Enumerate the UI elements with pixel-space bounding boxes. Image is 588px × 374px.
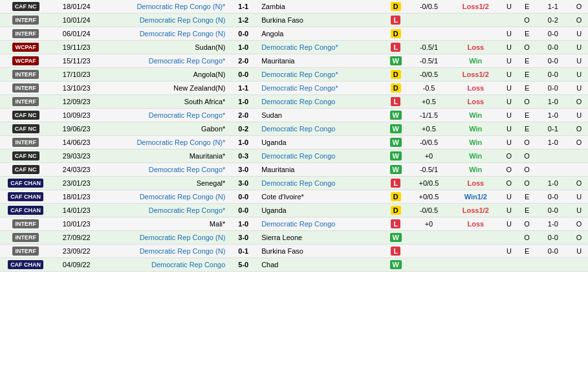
- correct-score-cell: 1-0: [536, 217, 570, 231]
- away-team-cell: Mauritania: [259, 54, 385, 68]
- home-team-link[interactable]: Democratic Rep Congo (N): [140, 193, 226, 201]
- away-team-cell: Mauritania: [259, 163, 385, 177]
- away-team-link[interactable]: Democratic Rep Congo: [261, 220, 335, 228]
- handicap-outcome-cell: Win: [452, 54, 500, 68]
- correct-score-cell: 0-0: [536, 190, 570, 204]
- away-team-cell: Sierra Leone: [259, 231, 385, 245]
- handicap-cell: -1/1.5: [406, 109, 451, 122]
- competition-cell: INTERF: [0, 95, 51, 109]
- oe-cell: O: [518, 177, 536, 190]
- oe-cell: E: [518, 68, 536, 82]
- score-cell: 0-0: [228, 27, 259, 41]
- home-team-cell: Democratic Rep Congo (N)*: [102, 0, 228, 14]
- away-team-link[interactable]: Democratic Rep Congo: [261, 179, 335, 187]
- result-badge: L: [391, 247, 400, 256]
- ou-cell: U: [500, 109, 518, 122]
- cs-outcome-cell: O: [570, 95, 588, 109]
- handicap-cell: [406, 258, 451, 272]
- score-cell: 1-0: [228, 136, 259, 149]
- cs-outcome-cell: O: [570, 231, 588, 245]
- home-team-link[interactable]: Democratic Rep Congo (N)*: [136, 138, 225, 146]
- score-cell: 3-0: [228, 177, 259, 190]
- score-cell: 1-0: [228, 41, 259, 54]
- result-cell: L: [385, 245, 406, 258]
- score-cell: 2-0: [228, 54, 259, 68]
- away-team: Uganda: [261, 206, 287, 214]
- score-cell: 1-0: [228, 217, 259, 231]
- correct-score-cell: 0-0: [536, 27, 570, 41]
- home-team-cell: South Africa*: [102, 95, 228, 109]
- home-team-link[interactable]: Democratic Rep Congo*: [149, 166, 226, 173]
- hdc-outcome: Win: [469, 138, 482, 146]
- result-badge: D: [391, 206, 401, 215]
- away-team-link[interactable]: Democratic Rep Congo: [261, 98, 335, 105]
- away-team-cell: Chad: [259, 258, 385, 272]
- oe-cell: E: [518, 0, 536, 14]
- cs-outcome-cell: U: [570, 82, 588, 95]
- away-team-cell: Zambia: [259, 0, 385, 14]
- away-team-cell: Democratic Rep Congo: [259, 217, 385, 231]
- result-cell: W: [385, 258, 406, 272]
- home-team-link[interactable]: Democratic Rep Congo*: [149, 111, 226, 119]
- competition-badge: CAF NC: [12, 151, 39, 160]
- score-cell: 0-0: [228, 204, 259, 217]
- table-row: CAF NC 18/01/24 Democratic Rep Congo (N)…: [0, 0, 588, 14]
- away-team-link[interactable]: Democratic Rep Congo*: [261, 43, 338, 51]
- ou-cell: U: [500, 68, 518, 82]
- home-team-link[interactable]: Democratic Rep Congo: [151, 261, 225, 269]
- away-team-link[interactable]: Democratic Rep Congo: [261, 125, 335, 133]
- home-team-link[interactable]: Democratic Rep Congo (N): [140, 234, 226, 241]
- result-badge: W: [390, 151, 402, 160]
- handicap-cell: -0.5/1: [406, 163, 451, 177]
- result-badge: D: [391, 70, 401, 79]
- home-team-link[interactable]: Democratic Rep Congo*: [149, 57, 226, 65]
- oe-cell: E: [518, 204, 536, 217]
- table-row: INTERF 10/01/23 Mali* 1-0 Democratic Rep…: [0, 217, 588, 231]
- score-cell: 3-0: [228, 231, 259, 245]
- cs-outcome-cell: O: [570, 136, 588, 149]
- date-cell: 14/06/23: [51, 136, 102, 149]
- table-row: WCPAF 15/11/23 Democratic Rep Congo* 2-0…: [0, 54, 588, 68]
- home-team-link[interactable]: Democratic Rep Congo*: [149, 206, 226, 214]
- oe-cell: E: [518, 54, 536, 68]
- handicap-outcome-cell: [452, 258, 500, 272]
- result-cell: W: [385, 54, 406, 68]
- ou-cell: O: [500, 163, 518, 177]
- oe-cell: [518, 258, 536, 272]
- table-row: CAF NC 24/03/23 Democratic Rep Congo* 3-…: [0, 163, 588, 177]
- cs-outcome-cell: O: [570, 217, 588, 231]
- ou-cell: U: [500, 245, 518, 258]
- competition-badge: INTERF: [12, 70, 39, 79]
- cs-outcome-cell: [570, 149, 588, 163]
- away-team: Angola: [261, 30, 283, 38]
- home-team-link[interactable]: Democratic Rep Congo (N): [140, 30, 226, 38]
- home-team-link[interactable]: Democratic Rep Congo (N)*: [136, 3, 225, 10]
- result-badge: W: [390, 233, 402, 242]
- cs-outcome-cell: U: [570, 109, 588, 122]
- away-team-link[interactable]: Democratic Rep Congo*: [261, 84, 338, 92]
- competition-cell: CAF CHAN: [0, 258, 51, 272]
- result-cell: W: [385, 149, 406, 163]
- away-team-link[interactable]: Democratic Rep Congo: [261, 152, 335, 160]
- cs-outcome-cell: [570, 163, 588, 177]
- score-cell: 1-2: [228, 14, 259, 27]
- away-team-link[interactable]: Democratic Rep Congo*: [261, 71, 338, 78]
- competition-badge: INTERF: [12, 138, 39, 147]
- result-cell: D: [385, 0, 406, 14]
- home-team-cell: Democratic Rep Congo (N): [102, 14, 228, 27]
- home-team-link[interactable]: Democratic Rep Congo (N): [140, 247, 226, 255]
- correct-score-cell: 0-0: [536, 54, 570, 68]
- away-team-cell: Democratic Rep Congo: [259, 149, 385, 163]
- table-row: INTERF 06/01/24 Democratic Rep Congo (N)…: [0, 27, 588, 41]
- home-team-cell: Democratic Rep Congo*: [102, 163, 228, 177]
- handicap-outcome-cell: [452, 27, 500, 41]
- home-team-link[interactable]: Democratic Rep Congo (N): [140, 16, 226, 24]
- home-team: Gabon*: [201, 125, 225, 133]
- ou-cell: [500, 258, 518, 272]
- date-cell: 23/09/22: [51, 245, 102, 258]
- table-row: INTERF 27/09/22 Democratic Rep Congo (N)…: [0, 231, 588, 245]
- oe-cell: E: [518, 27, 536, 41]
- away-team-cell: Burkina Faso: [259, 245, 385, 258]
- result-cell: D: [385, 82, 406, 95]
- oe-cell: E: [518, 190, 536, 204]
